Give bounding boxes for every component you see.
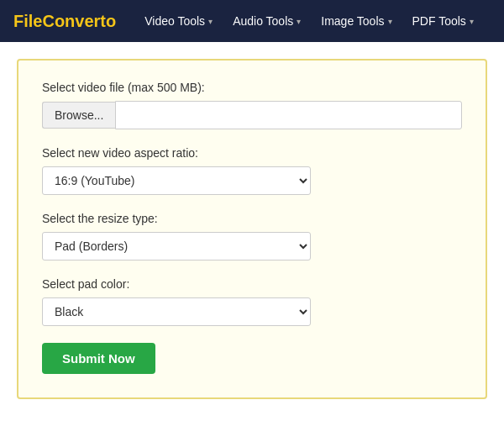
- resize-type-select[interactable]: Pad (Borders) Crop Stretch: [42, 232, 311, 260]
- nav-video-tools-label: Video Tools: [144, 14, 205, 28]
- logo-accent: o: [106, 12, 116, 30]
- file-upload-group: Select video file (max 500 MB): Browse..…: [42, 81, 462, 129]
- nav-items: Video Tools ▾ Audio Tools ▾ Image Tools …: [136, 8, 482, 34]
- form-card: Select video file (max 500 MB): Browse..…: [17, 59, 487, 399]
- pad-color-select[interactable]: Black White Blue Red Green: [42, 297, 311, 326]
- file-label: Select video file (max 500 MB):: [42, 81, 462, 94]
- pad-color-label: Select pad color:: [42, 277, 462, 291]
- aspect-ratio-label: Select new video aspect ratio:: [42, 146, 462, 160]
- nav-item-image-tools[interactable]: Image Tools ▾: [312, 8, 400, 34]
- nav-audio-tools-label: Audio Tools: [233, 14, 293, 28]
- nav-pdf-tools-label: PDF Tools: [412, 14, 466, 28]
- submit-button[interactable]: Submit Now: [42, 343, 155, 374]
- chevron-down-icon: ▾: [208, 17, 213, 26]
- chevron-down-icon: ▾: [297, 17, 301, 26]
- nav-image-tools-label: Image Tools: [321, 14, 384, 28]
- nav-item-pdf-tools[interactable]: PDF Tools ▾: [404, 8, 482, 34]
- resize-type-group: Select the resize type: Pad (Borders) Cr…: [42, 212, 462, 260]
- nav-item-video-tools[interactable]: Video Tools ▾: [136, 8, 221, 34]
- chevron-down-icon: ▾: [470, 17, 474, 26]
- logo-text: FileConvert: [13, 12, 106, 30]
- site-logo: FileConverto: [13, 12, 116, 31]
- navbar: FileConverto Video Tools ▾ Audio Tools ▾…: [0, 0, 504, 42]
- pad-color-group: Select pad color: Black White Blue Red G…: [42, 277, 462, 326]
- aspect-ratio-group: Select new video aspect ratio: 16:9 (You…: [42, 146, 462, 195]
- chevron-down-icon: ▾: [388, 17, 392, 26]
- resize-type-label: Select the resize type:: [42, 212, 462, 225]
- nav-item-audio-tools[interactable]: Audio Tools ▾: [224, 8, 309, 34]
- file-name-display: [115, 101, 462, 129]
- browse-button[interactable]: Browse...: [42, 102, 115, 129]
- file-input-row: Browse...: [42, 101, 462, 129]
- aspect-ratio-select[interactable]: 16:9 (YouTube) 4:3 1:1 9:16 21:9: [42, 166, 311, 195]
- main-content: Select video file (max 500 MB): Browse..…: [0, 42, 504, 416]
